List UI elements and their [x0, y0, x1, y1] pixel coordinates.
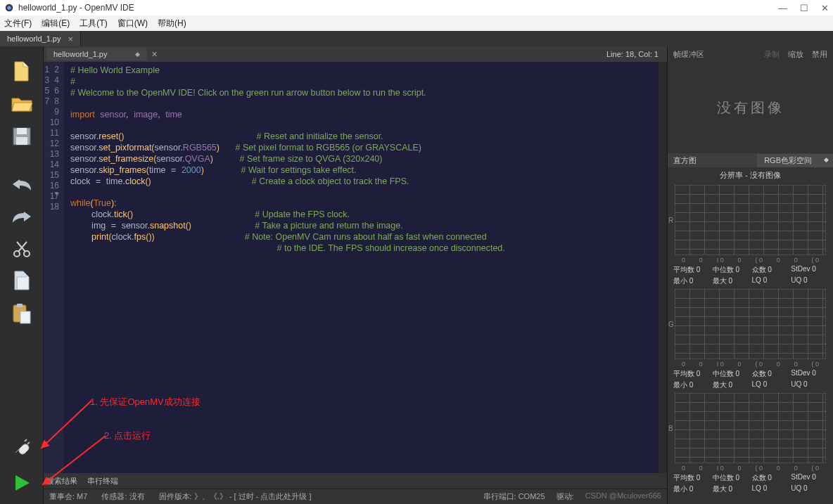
status-port: 串行端口: COM25	[483, 491, 545, 502]
app-logo-icon	[4, 3, 14, 13]
close-button[interactable]: ✕	[821, 3, 829, 13]
new-file-button[interactable]	[11, 60, 33, 83]
histogram-stats: 平均数 0 中位数 0 众数 0 StDev 0 最小 0 最大 0 LQ 0 …	[668, 472, 833, 496]
editor-area: helloworld_1.py ◆ × Line: 18, Col: 1 1 2…	[44, 46, 667, 504]
code-editor[interactable]: 1 2 3 4 5 6 7 8 9 10 11 12 13 14 15 16 1…	[44, 62, 667, 473]
undo-button[interactable]	[11, 173, 33, 195]
menubar: 文件(F) 编辑(E) 工具(T) 窗口(W) 帮助(H)	[0, 15, 833, 31]
dropdown-icon: ◆	[824, 156, 829, 163]
histogram-header: 直方图 RGB色彩空间 ◆	[668, 153, 833, 167]
tab-close-icon[interactable]: ×	[68, 34, 73, 44]
svg-rect-9	[20, 311, 30, 323]
tab-search-results[interactable]: 搜索结果	[46, 476, 77, 486]
histogram-g: G 00I 00( 000( 0 平均数 0 中位数 0 众数 0 StDev …	[668, 287, 833, 392]
menu-edit[interactable]: 编辑(E)	[42, 18, 70, 30]
fb-disable[interactable]: 禁用	[812, 49, 827, 60]
histogram-axis: 00I 00( 000( 0	[668, 361, 833, 368]
connect-button[interactable]	[11, 435, 33, 458]
histogram-graph: B	[675, 393, 826, 463]
histogram-graph: R	[675, 185, 826, 255]
editor-filebar: helloworld_1.py ◆ × Line: 18, Col: 1	[44, 46, 667, 62]
document-tabbar: helloworld_1.py ×	[0, 31, 833, 46]
menu-file[interactable]: 文件(F)	[4, 18, 32, 30]
save-button[interactable]	[11, 125, 33, 148]
colorspace-selector[interactable]: RGB色彩空间 ◆	[757, 154, 833, 167]
histogram-stats: 平均数 0 中位数 0 众数 0 StDev 0 最小 0 最大 0 LQ 0 …	[668, 264, 833, 287]
status-sensor: 传感器: 没有	[101, 491, 144, 502]
framebuffer-viewport: 没有图像	[668, 62, 833, 153]
menu-help[interactable]: 帮助(H)	[158, 18, 186, 30]
line-gutter: 1 2 3 4 5 6 7 8 9 10 11 12 13 14 15 16 1…	[44, 62, 63, 473]
fb-zoom[interactable]: 缩放	[788, 49, 803, 60]
bottom-panel-tabs: 搜索结果 串行终端	[44, 473, 667, 489]
svg-rect-3	[17, 128, 27, 134]
dropdown-icon: ◆	[135, 51, 140, 58]
open-file-button[interactable]	[11, 93, 33, 115]
colorspace-label: RGB色彩空间	[764, 156, 812, 164]
tab-serial-terminal[interactable]: 串行终端	[87, 476, 118, 486]
copy-button[interactable]	[11, 270, 33, 292]
right-panel: 帧缓冲区 录制 缩放 禁用 没有图像 直方图 RGB色彩空间 ◆ 分辨率 - 没…	[667, 46, 833, 504]
code-text[interactable]: # Hello World Example # # Welcome to the…	[63, 62, 659, 473]
file-selector[interactable]: helloworld_1.py ◆	[46, 48, 147, 60]
framebuffer-title: 帧缓冲区	[673, 49, 704, 60]
tab-label: helloworld_1.py	[7, 34, 61, 43]
status-firmware[interactable]: 固件版本: 》、《.》 - [ 过时 - 点击此处升级 ]	[159, 491, 312, 502]
titlebar: helloworld_1.py - OpenMV IDE — ☐ ✕	[0, 0, 833, 15]
svg-rect-4	[16, 137, 27, 145]
tab-file[interactable]: helloworld_1.py ×	[0, 31, 81, 46]
window-title: helloworld_1.py - OpenMV IDE	[18, 3, 134, 13]
histogram-resolution: 分辨率 - 没有图像	[668, 167, 833, 183]
svg-rect-8	[17, 304, 23, 307]
cut-button[interactable]	[11, 238, 33, 260]
svg-point-1	[7, 6, 11, 9]
maximize-button[interactable]: ☐	[800, 3, 808, 13]
annotation-1: 1. 先保证OpenMV成功连接	[90, 396, 201, 407]
menu-window[interactable]: 窗口(W)	[117, 18, 148, 30]
left-toolbar	[0, 46, 44, 504]
status-watermark: CSDN @Mculover666	[585, 491, 661, 502]
run-button[interactable]	[11, 472, 33, 494]
file-close-icon[interactable]: ×	[151, 49, 157, 60]
framebuffer-header: 帧缓冲区 录制 缩放 禁用	[668, 46, 833, 62]
annotation-2: 2. 点击运行	[104, 430, 151, 441]
histogram-graph: G	[675, 289, 826, 359]
statusbar: 董事会: M7 传感器: 没有 固件版本: 》、《.》 - [ 过时 - 点击此…	[44, 489, 667, 504]
histogram-axis: 00I 00( 000( 0	[668, 465, 833, 472]
minimize-button[interactable]: —	[778, 3, 787, 13]
window-controls: — ☐ ✕	[778, 3, 829, 13]
cursor-position: Line: 18, Col: 1	[606, 50, 659, 58]
histogram-axis: 00I 00( 000( 0	[668, 257, 833, 264]
histogram-stats: 平均数 0 中位数 0 众数 0 StDev 0 最小 0 最大 0 LQ 0 …	[668, 368, 833, 392]
paste-button[interactable]	[11, 302, 33, 325]
histogram-b: B 00I 00( 000( 0 平均数 0 中位数 0 众数 0 StDev …	[668, 392, 833, 496]
file-selector-label: helloworld_1.py	[53, 50, 107, 58]
menu-tools[interactable]: 工具(T)	[80, 18, 107, 30]
status-board: 董事会: M7	[49, 491, 87, 502]
redo-button[interactable]	[11, 205, 33, 228]
editor-scrollbar[interactable]	[659, 62, 667, 473]
histogram-title: 直方图	[668, 155, 702, 166]
status-drive: 驱动:	[557, 491, 574, 502]
histogram-r: R 00I 00( 000( 0 平均数 0 中位数 0 众数 0 StDev …	[668, 183, 833, 287]
no-image-label: 没有图像	[717, 98, 784, 117]
fb-record[interactable]: 录制	[764, 49, 780, 60]
